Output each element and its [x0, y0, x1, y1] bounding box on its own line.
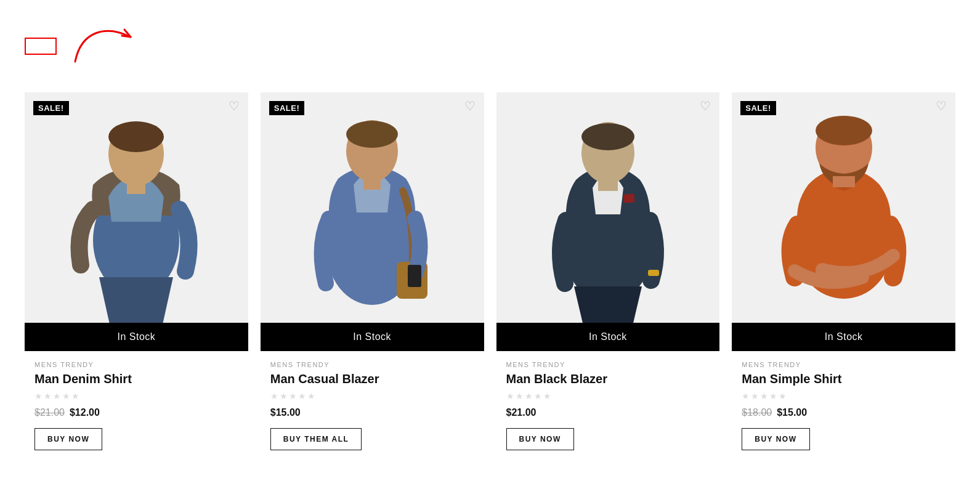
- sale-badge: SALE!: [33, 101, 69, 115]
- price-current: $15.00: [777, 407, 807, 418]
- wishlist-button[interactable]: ♡: [464, 100, 476, 112]
- star-4: ★: [534, 391, 542, 401]
- product-category: MENS TRENDY: [742, 361, 946, 368]
- star-1: ★: [742, 391, 750, 401]
- stock-overlay: In Stock: [732, 323, 955, 351]
- product-rating: ★ ★ ★ ★ ★: [506, 391, 710, 401]
- product-image: [732, 92, 955, 351]
- price-current: $21.00: [506, 407, 537, 418]
- product-rating: ★ ★ ★ ★ ★: [742, 391, 946, 401]
- star-5: ★: [307, 391, 315, 401]
- svg-rect-14: [598, 180, 618, 191]
- sale-badge: SALE!: [740, 101, 776, 115]
- product-rating: ★ ★ ★ ★ ★: [34, 391, 238, 401]
- svg-rect-7: [363, 179, 381, 190]
- buy-button[interactable]: BUY NOW: [742, 428, 809, 450]
- star-3: ★: [289, 391, 297, 401]
- svg-rect-11: [623, 193, 634, 203]
- star-3: ★: [760, 391, 768, 401]
- product-image-container: ♡ In Stock: [496, 92, 720, 351]
- product-image-container: SALE! ♡ In Stock: [732, 92, 955, 351]
- star-3: ★: [53, 391, 61, 401]
- buy-button[interactable]: BUY THEM ALL: [270, 428, 362, 450]
- sale-badge: SALE!: [269, 101, 305, 115]
- product-info: MENS TRENDY Man Black Blazer ★ ★ ★ ★ ★ $…: [496, 351, 720, 463]
- star-1: ★: [34, 391, 43, 401]
- product-price: $21.00: [506, 407, 710, 418]
- product-price: $21.00 $12.00: [34, 407, 238, 418]
- wishlist-button[interactable]: ♡: [229, 100, 240, 112]
- star-1: ★: [270, 391, 278, 401]
- svg-point-13: [581, 123, 634, 150]
- buy-button[interactable]: BUY NOW: [506, 428, 574, 450]
- svg-point-6: [346, 121, 398, 148]
- arrow-icon: [69, 18, 143, 74]
- svg-point-2: [108, 121, 164, 152]
- product-category: MENS TRENDY: [270, 361, 474, 368]
- svg-point-18: [816, 116, 872, 145]
- svg-rect-3: [127, 182, 145, 194]
- price-current: $12.00: [70, 407, 100, 418]
- product-image: [261, 92, 484, 351]
- buy-button[interactable]: BUY NOW: [34, 428, 102, 450]
- stock-overlay: In Stock: [261, 323, 484, 351]
- product-card-2: SALE! ♡ In Stock MENS TRENDY M: [261, 92, 484, 463]
- wishlist-button[interactable]: ♡: [936, 100, 947, 112]
- star-4: ★: [62, 391, 70, 401]
- star-4: ★: [769, 391, 777, 401]
- price-original: $21.00: [34, 407, 65, 418]
- product-card-3: ♡ In Stock MENS TRENDY Man Blac: [496, 92, 720, 463]
- product-price: $18.00 $15.00: [742, 407, 946, 418]
- wishlist-button[interactable]: ♡: [700, 100, 711, 112]
- section-header: [25, 12, 955, 74]
- product-info: MENS TRENDY Man Denim Shirt ★ ★ ★ ★ ★ $2…: [25, 351, 248, 463]
- product-name: Man Simple Shirt: [742, 372, 946, 386]
- star-4: ★: [298, 391, 306, 401]
- stock-overlay: In Stock: [25, 323, 248, 351]
- star-5: ★: [543, 391, 551, 401]
- star-3: ★: [525, 391, 533, 401]
- product-rating: ★ ★ ★ ★ ★: [270, 391, 474, 401]
- product-category: MENS TRENDY: [34, 361, 238, 368]
- product-info: MENS TRENDY Man Simple Shirt ★ ★ ★ ★ ★ $…: [732, 351, 955, 463]
- svg-rect-19: [833, 176, 855, 187]
- products-grid: SALE! ♡ In Stock MENS TRENDY Man Denim S…: [25, 92, 955, 463]
- product-category: MENS TRENDY: [506, 361, 710, 368]
- product-name: Man Black Blazer: [506, 372, 710, 386]
- star-5: ★: [71, 391, 79, 401]
- star-2: ★: [516, 391, 524, 401]
- star-2: ★: [44, 391, 52, 401]
- star-5: ★: [779, 391, 787, 401]
- product-name: Man Denim Shirt: [34, 372, 238, 386]
- product-name: Man Casual Blazer: [270, 372, 474, 386]
- product-image-container: SALE! ♡ In Stock: [261, 92, 484, 351]
- svg-rect-15: [648, 270, 659, 276]
- price-original: $18.00: [742, 407, 772, 418]
- section-title: [25, 38, 57, 55]
- product-card-4: SALE! ♡ In Stock MENS TRENDY Man Simple: [732, 92, 955, 463]
- product-info: MENS TRENDY Man Casual Blazer ★ ★ ★ ★ ★ …: [261, 351, 484, 463]
- star-2: ★: [751, 391, 759, 401]
- stock-overlay: In Stock: [496, 323, 720, 351]
- price-current: $15.00: [270, 407, 301, 418]
- product-price: $15.00: [270, 407, 474, 418]
- product-image: [496, 92, 720, 351]
- star-1: ★: [506, 391, 514, 401]
- product-image: [25, 92, 248, 351]
- star-2: ★: [280, 391, 288, 401]
- product-card-1: SALE! ♡ In Stock MENS TRENDY Man Denim S…: [25, 92, 248, 463]
- product-image-container: SALE! ♡ In Stock: [25, 92, 248, 351]
- svg-rect-9: [408, 265, 421, 287]
